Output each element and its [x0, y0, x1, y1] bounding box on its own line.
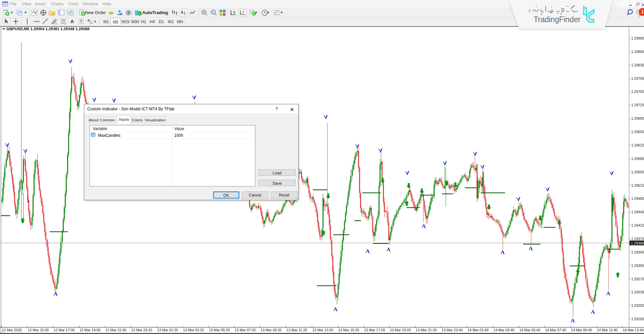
svg-text:1.29865: 1.29865	[631, 50, 644, 54]
svg-text:12 Mar 23:20: 12 Mar 23:20	[131, 328, 152, 332]
svg-text:1.29340: 1.29340	[631, 250, 644, 254]
svg-text:1.29585: 1.29585	[631, 157, 644, 161]
svg-text:14 Mar 07:40: 14 Mar 07:40	[545, 328, 566, 332]
svg-text:T: T	[80, 19, 83, 24]
svg-text:123: 123	[92, 134, 96, 136]
svg-text:14 Mar 09:40: 14 Mar 09:40	[571, 328, 592, 332]
svg-text:GBPUSD,M5 1.29354 1.29381 1.2: GBPUSD,M5 1.29354 1.29381 1.29348 1.2936…	[6, 27, 90, 31]
svg-text:13 Mar 01:20: 13 Mar 01:20	[157, 328, 178, 332]
svg-text:1.29235: 1.29235	[631, 290, 644, 294]
svg-text:A: A	[70, 19, 74, 24]
svg-text:F: F	[65, 23, 66, 25]
svg-text:1.29165: 1.29165	[631, 317, 644, 321]
svg-text:1.29480: 1.29480	[631, 197, 644, 201]
svg-text:12 Mar 17:00: 12 Mar 17:00	[54, 328, 75, 332]
svg-text:13 Mar 07:20: 13 Mar 07:20	[235, 328, 256, 332]
svg-text:12 Mar 19:00: 12 Mar 19:00	[80, 328, 101, 332]
svg-text:14 Mar 11:40: 14 Mar 11:40	[597, 328, 618, 332]
svg-text:1.29830: 1.29830	[631, 63, 644, 67]
svg-text:14 Mar 13:40: 14 Mar 13:40	[623, 328, 644, 332]
svg-text:13 Mar 11:20: 13 Mar 11:20	[287, 328, 307, 332]
svg-text:E: E	[55, 22, 57, 25]
svg-text:14 Mar 01:40: 14 Mar 01:40	[467, 328, 489, 332]
svg-text:13 Mar 21:20: 13 Mar 21:20	[416, 328, 437, 332]
svg-text:1.29690: 1.29690	[631, 116, 644, 120]
svg-text:13 Mar 17:20: 13 Mar 17:20	[364, 328, 385, 332]
svg-text:1.29655: 1.29655	[631, 130, 644, 134]
svg-text:12 Mar 2025: 12 Mar 2025	[2, 328, 22, 332]
svg-text:1.29410: 1.29410	[631, 223, 644, 227]
svg-text:13 Mar 03:20: 13 Mar 03:20	[183, 328, 204, 332]
svg-text:1.29725: 1.29725	[631, 103, 644, 107]
svg-text:14 Mar 03:40: 14 Mar 03:40	[493, 328, 514, 332]
svg-text:13 Mar 09:20: 13 Mar 09:20	[261, 328, 282, 332]
svg-text:1.29200: 1.29200	[631, 303, 644, 308]
svg-text:1.29795: 1.29795	[631, 76, 644, 80]
svg-text:13 Mar 19:20: 13 Mar 19:20	[390, 328, 411, 332]
svg-text:1.29550: 1.29550	[631, 170, 644, 174]
svg-text:1.29375: 1.29375	[631, 237, 644, 241]
svg-text:14 Mar 05:40: 14 Mar 05:40	[519, 328, 540, 332]
svg-text:1.29620: 1.29620	[631, 143, 644, 147]
svg-text:1.29270: 1.29270	[631, 277, 644, 281]
svg-text:1.29515: 1.29515	[631, 183, 644, 187]
svg-text:1.29900: 1.29900	[631, 36, 644, 40]
svg-text:13 Mar 05:20: 13 Mar 05:20	[209, 328, 230, 332]
svg-text:1.29368: 1.29368	[631, 241, 644, 245]
svg-text:13 Mar 15:20: 13 Mar 15:20	[338, 328, 359, 332]
svg-text:1.29445: 1.29445	[631, 210, 644, 214]
svg-text:13 Mar 23:40: 13 Mar 23:40	[442, 328, 463, 332]
svg-text:1.29760: 1.29760	[631, 90, 644, 94]
svg-text:13 Mar 13:20: 13 Mar 13:20	[312, 328, 334, 332]
svg-text:12 Mar 15:00: 12 Mar 15:00	[28, 328, 49, 332]
svg-text:1.29305: 1.29305	[631, 264, 644, 268]
svg-text:12 Mar 21:00: 12 Mar 21:00	[105, 328, 127, 332]
